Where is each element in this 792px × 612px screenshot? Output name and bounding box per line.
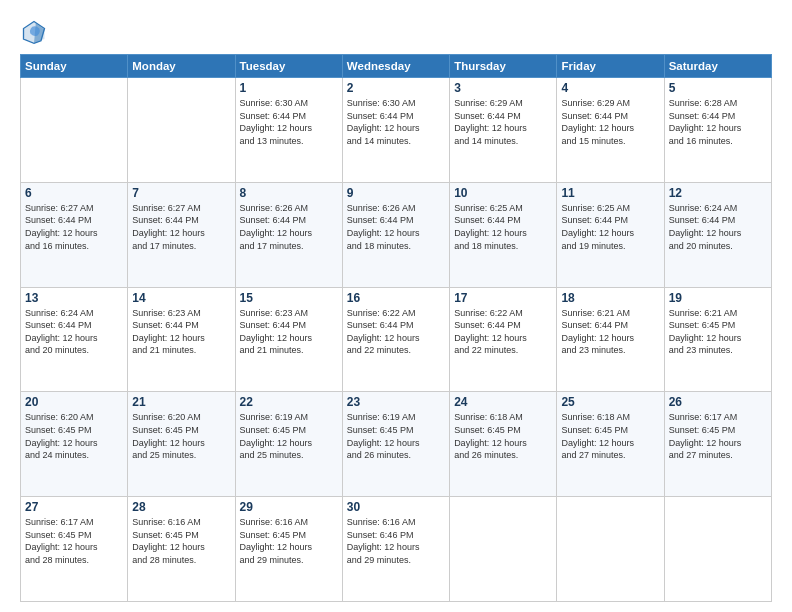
calendar-cell: 22Sunrise: 6:19 AM Sunset: 6:45 PM Dayli… (235, 392, 342, 497)
day-info: Sunrise: 6:18 AM Sunset: 6:45 PM Dayligh… (454, 411, 552, 461)
day-info: Sunrise: 6:17 AM Sunset: 6:45 PM Dayligh… (669, 411, 767, 461)
calendar-cell: 28Sunrise: 6:16 AM Sunset: 6:45 PM Dayli… (128, 497, 235, 602)
calendar-cell: 12Sunrise: 6:24 AM Sunset: 6:44 PM Dayli… (664, 182, 771, 287)
day-number: 29 (240, 500, 338, 514)
calendar-cell: 17Sunrise: 6:22 AM Sunset: 6:44 PM Dayli… (450, 287, 557, 392)
day-number: 28 (132, 500, 230, 514)
calendar-cell: 26Sunrise: 6:17 AM Sunset: 6:45 PM Dayli… (664, 392, 771, 497)
day-info: Sunrise: 6:16 AM Sunset: 6:45 PM Dayligh… (132, 516, 230, 566)
day-number: 15 (240, 291, 338, 305)
day-number: 26 (669, 395, 767, 409)
day-info: Sunrise: 6:19 AM Sunset: 6:45 PM Dayligh… (347, 411, 445, 461)
calendar-cell (450, 497, 557, 602)
day-number: 2 (347, 81, 445, 95)
day-info: Sunrise: 6:23 AM Sunset: 6:44 PM Dayligh… (240, 307, 338, 357)
day-info: Sunrise: 6:27 AM Sunset: 6:44 PM Dayligh… (25, 202, 123, 252)
calendar-cell: 30Sunrise: 6:16 AM Sunset: 6:46 PM Dayli… (342, 497, 449, 602)
calendar-cell: 1Sunrise: 6:30 AM Sunset: 6:44 PM Daylig… (235, 78, 342, 183)
calendar-cell: 7Sunrise: 6:27 AM Sunset: 6:44 PM Daylig… (128, 182, 235, 287)
day-number: 22 (240, 395, 338, 409)
calendar-cell (557, 497, 664, 602)
day-info: Sunrise: 6:22 AM Sunset: 6:44 PM Dayligh… (454, 307, 552, 357)
day-info: Sunrise: 6:16 AM Sunset: 6:45 PM Dayligh… (240, 516, 338, 566)
calendar-header-row: SundayMondayTuesdayWednesdayThursdayFrid… (21, 55, 772, 78)
day-number: 1 (240, 81, 338, 95)
day-number: 19 (669, 291, 767, 305)
header-day-thursday: Thursday (450, 55, 557, 78)
calendar-cell: 11Sunrise: 6:25 AM Sunset: 6:44 PM Dayli… (557, 182, 664, 287)
day-info: Sunrise: 6:16 AM Sunset: 6:46 PM Dayligh… (347, 516, 445, 566)
calendar-cell: 18Sunrise: 6:21 AM Sunset: 6:44 PM Dayli… (557, 287, 664, 392)
calendar-cell: 2Sunrise: 6:30 AM Sunset: 6:44 PM Daylig… (342, 78, 449, 183)
header-day-monday: Monday (128, 55, 235, 78)
calendar-cell (128, 78, 235, 183)
day-number: 17 (454, 291, 552, 305)
day-number: 5 (669, 81, 767, 95)
day-number: 11 (561, 186, 659, 200)
day-number: 6 (25, 186, 123, 200)
header (20, 18, 772, 46)
day-info: Sunrise: 6:26 AM Sunset: 6:44 PM Dayligh… (240, 202, 338, 252)
calendar-week-4: 27Sunrise: 6:17 AM Sunset: 6:45 PM Dayli… (21, 497, 772, 602)
day-info: Sunrise: 6:24 AM Sunset: 6:44 PM Dayligh… (669, 202, 767, 252)
day-number: 3 (454, 81, 552, 95)
calendar-cell: 19Sunrise: 6:21 AM Sunset: 6:45 PM Dayli… (664, 287, 771, 392)
day-info: Sunrise: 6:30 AM Sunset: 6:44 PM Dayligh… (240, 97, 338, 147)
calendar-week-0: 1Sunrise: 6:30 AM Sunset: 6:44 PM Daylig… (21, 78, 772, 183)
calendar-cell: 4Sunrise: 6:29 AM Sunset: 6:44 PM Daylig… (557, 78, 664, 183)
calendar-cell: 16Sunrise: 6:22 AM Sunset: 6:44 PM Dayli… (342, 287, 449, 392)
header-day-sunday: Sunday (21, 55, 128, 78)
calendar-cell: 13Sunrise: 6:24 AM Sunset: 6:44 PM Dayli… (21, 287, 128, 392)
calendar-cell: 10Sunrise: 6:25 AM Sunset: 6:44 PM Dayli… (450, 182, 557, 287)
day-info: Sunrise: 6:25 AM Sunset: 6:44 PM Dayligh… (454, 202, 552, 252)
calendar-cell: 8Sunrise: 6:26 AM Sunset: 6:44 PM Daylig… (235, 182, 342, 287)
calendar-cell: 27Sunrise: 6:17 AM Sunset: 6:45 PM Dayli… (21, 497, 128, 602)
day-info: Sunrise: 6:24 AM Sunset: 6:44 PM Dayligh… (25, 307, 123, 357)
day-number: 9 (347, 186, 445, 200)
header-day-tuesday: Tuesday (235, 55, 342, 78)
calendar-cell: 9Sunrise: 6:26 AM Sunset: 6:44 PM Daylig… (342, 182, 449, 287)
page: SundayMondayTuesdayWednesdayThursdayFrid… (0, 0, 792, 612)
day-number: 4 (561, 81, 659, 95)
calendar-cell: 15Sunrise: 6:23 AM Sunset: 6:44 PM Dayli… (235, 287, 342, 392)
day-info: Sunrise: 6:25 AM Sunset: 6:44 PM Dayligh… (561, 202, 659, 252)
calendar-cell: 24Sunrise: 6:18 AM Sunset: 6:45 PM Dayli… (450, 392, 557, 497)
day-info: Sunrise: 6:28 AM Sunset: 6:44 PM Dayligh… (669, 97, 767, 147)
day-info: Sunrise: 6:26 AM Sunset: 6:44 PM Dayligh… (347, 202, 445, 252)
day-number: 13 (25, 291, 123, 305)
header-day-wednesday: Wednesday (342, 55, 449, 78)
day-number: 16 (347, 291, 445, 305)
day-number: 10 (454, 186, 552, 200)
calendar-cell: 29Sunrise: 6:16 AM Sunset: 6:45 PM Dayli… (235, 497, 342, 602)
day-number: 24 (454, 395, 552, 409)
calendar-cell: 20Sunrise: 6:20 AM Sunset: 6:45 PM Dayli… (21, 392, 128, 497)
day-info: Sunrise: 6:27 AM Sunset: 6:44 PM Dayligh… (132, 202, 230, 252)
calendar-cell (664, 497, 771, 602)
day-info: Sunrise: 6:23 AM Sunset: 6:44 PM Dayligh… (132, 307, 230, 357)
header-day-saturday: Saturday (664, 55, 771, 78)
day-number: 18 (561, 291, 659, 305)
calendar-cell (21, 78, 128, 183)
day-number: 25 (561, 395, 659, 409)
day-number: 27 (25, 500, 123, 514)
calendar-week-2: 13Sunrise: 6:24 AM Sunset: 6:44 PM Dayli… (21, 287, 772, 392)
day-number: 20 (25, 395, 123, 409)
day-info: Sunrise: 6:29 AM Sunset: 6:44 PM Dayligh… (561, 97, 659, 147)
calendar-cell: 14Sunrise: 6:23 AM Sunset: 6:44 PM Dayli… (128, 287, 235, 392)
calendar-cell: 5Sunrise: 6:28 AM Sunset: 6:44 PM Daylig… (664, 78, 771, 183)
day-number: 8 (240, 186, 338, 200)
day-info: Sunrise: 6:21 AM Sunset: 6:45 PM Dayligh… (669, 307, 767, 357)
calendar-table: SundayMondayTuesdayWednesdayThursdayFrid… (20, 54, 772, 602)
calendar-cell: 6Sunrise: 6:27 AM Sunset: 6:44 PM Daylig… (21, 182, 128, 287)
day-info: Sunrise: 6:17 AM Sunset: 6:45 PM Dayligh… (25, 516, 123, 566)
day-number: 21 (132, 395, 230, 409)
day-info: Sunrise: 6:30 AM Sunset: 6:44 PM Dayligh… (347, 97, 445, 147)
day-number: 23 (347, 395, 445, 409)
calendar-cell: 25Sunrise: 6:18 AM Sunset: 6:45 PM Dayli… (557, 392, 664, 497)
calendar-week-1: 6Sunrise: 6:27 AM Sunset: 6:44 PM Daylig… (21, 182, 772, 287)
day-number: 12 (669, 186, 767, 200)
day-info: Sunrise: 6:21 AM Sunset: 6:44 PM Dayligh… (561, 307, 659, 357)
logo-icon (20, 18, 48, 46)
header-day-friday: Friday (557, 55, 664, 78)
day-info: Sunrise: 6:29 AM Sunset: 6:44 PM Dayligh… (454, 97, 552, 147)
